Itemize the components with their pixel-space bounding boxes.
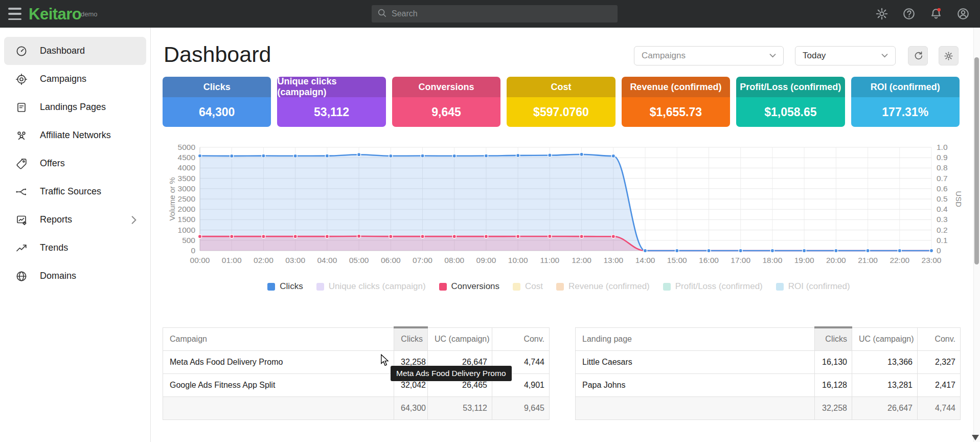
svg-text:09:00: 09:00: [476, 256, 496, 264]
totals-cell: [163, 396, 394, 419]
svg-text:0.6: 0.6: [937, 184, 948, 193]
stat-card-revenue-confirmed[interactable]: Revenue (confirmed)$1,655.73: [622, 77, 730, 127]
svg-text:0.3: 0.3: [937, 215, 948, 224]
svg-text:19:00: 19:00: [794, 256, 814, 264]
svg-text:06:00: 06:00: [381, 256, 401, 264]
keitaro-dashboard-app: Keitaro demo DashboardCampaignsLandings …: [0, 0, 980, 442]
page-scrollbar[interactable]: [973, 28, 980, 442]
legend-label: Conversions: [451, 281, 500, 292]
column-header-uc-campaign[interactable]: UC (campaign): [852, 327, 918, 350]
legend-label: Cost: [525, 281, 543, 292]
svg-text:03:00: 03:00: [285, 256, 305, 264]
svg-text:3000: 3000: [178, 184, 196, 193]
stat-card-cost[interactable]: Cost$597.0760: [507, 77, 615, 127]
stat-card-clicks[interactable]: Clicks64,300: [163, 77, 271, 127]
svg-text:11:00: 11:00: [540, 256, 560, 264]
dashboard-icon: [15, 45, 28, 57]
svg-text:02:00: 02:00: [254, 256, 274, 264]
menu-hamburger-icon[interactable]: [8, 8, 21, 20]
keitaro-logo[interactable]: Keitaro: [29, 5, 81, 24]
legend-item-revenue-confirmed[interactable]: Revenue (confirmed): [556, 281, 650, 292]
stat-card-roi-confirmed[interactable]: ROI (confirmed)177.31%: [851, 77, 960, 127]
notifications-icon[interactable]: [929, 7, 943, 20]
sidebar-item-offers[interactable]: Offers: [4, 149, 146, 178]
legend-label: Clicks: [280, 281, 303, 292]
row-tooltip: Meta Ads Food Delivery Promo: [391, 366, 512, 381]
svg-text:USD: USD: [954, 191, 963, 207]
sidebar-item-landings-pages[interactable]: Landings Pages: [4, 93, 146, 121]
sidebar-item-label: Landings Pages: [40, 102, 106, 113]
legend-item-unique-clicks-campaign[interactable]: Unique clicks (campaign): [316, 281, 426, 292]
column-header-clicks[interactable]: Clicks: [815, 327, 852, 350]
landing-pages-table: Landing pageClicksUC (campaign)Conv.Litt…: [575, 326, 961, 420]
dashboard-chart[interactable]: 0500100015002000250030003500400045005000…: [163, 139, 966, 268]
sidebar-item-dashboard[interactable]: Dashboard: [4, 37, 146, 65]
column-header-landing-page[interactable]: Landing page: [576, 327, 815, 350]
stat-card-unique-clicks-campaign[interactable]: Unique clicks (campaign)53,112: [277, 77, 385, 127]
column-header-campaign[interactable]: Campaign: [163, 327, 394, 350]
svg-text:2500: 2500: [178, 194, 196, 203]
stat-card-conversions[interactable]: Conversions9,645: [392, 77, 500, 127]
legend-item-clicks[interactable]: Clicks: [267, 281, 303, 292]
stat-card-profit-loss-confirmed[interactable]: Profit/Loss (confirmed)$1,058.65: [736, 77, 845, 127]
search-input[interactable]: [392, 9, 612, 18]
row-name-cell: Little Caesars: [576, 350, 815, 373]
totals-cell: [576, 396, 815, 419]
legend-swatch: [556, 283, 564, 291]
search-icon: [377, 8, 387, 20]
stat-card-value: 9,645: [392, 97, 500, 127]
value-cell: 16,128: [815, 373, 852, 396]
sidebar-item-campaigns[interactable]: Campaigns: [4, 65, 146, 93]
domains-icon: [15, 270, 28, 282]
chevron-right-icon: [131, 215, 137, 225]
svg-text:2000: 2000: [178, 205, 196, 213]
svg-text:17:00: 17:00: [731, 256, 750, 264]
column-header-uc-campaign[interactable]: UC (campaign): [428, 327, 492, 350]
help-icon[interactable]: [902, 7, 916, 20]
legend-swatch: [513, 283, 520, 291]
settings-icon[interactable]: [875, 7, 888, 20]
scroll-down-arrow-icon[interactable]: [972, 435, 979, 440]
svg-text:07:00: 07:00: [413, 256, 432, 264]
svg-text:1500: 1500: [178, 215, 196, 224]
global-search[interactable]: [372, 5, 618, 23]
totals-cell: 32,258: [815, 396, 852, 419]
account-icon[interactable]: [956, 7, 970, 20]
column-header-clicks[interactable]: Clicks: [394, 327, 428, 350]
stat-card-value: 53,112: [277, 97, 385, 127]
column-header-conv[interactable]: Conv.: [492, 327, 550, 350]
legend-item-roi-confirmed[interactable]: ROI (confirmed): [776, 281, 850, 292]
table-row[interactable]: Little Caesars16,13013,3662,327: [576, 350, 961, 373]
sidebar-item-label: Offers: [40, 158, 65, 169]
legend-item-conversions[interactable]: Conversions: [439, 281, 500, 292]
legend-swatch: [663, 283, 671, 291]
legend-item-profit-loss-confirmed[interactable]: Profit/Loss (confirmed): [663, 281, 763, 292]
sidebar-item-affiliate-networks[interactable]: Affiliate Networks: [4, 121, 146, 149]
sidebar-item-label: Reports: [40, 214, 72, 225]
svg-text:5000: 5000: [178, 143, 196, 151]
legend-item-cost[interactable]: Cost: [513, 281, 543, 292]
column-header-conv[interactable]: Conv.: [918, 327, 961, 350]
legend-label: Unique clicks (campaign): [329, 281, 426, 292]
totals-cell: 26,647: [852, 396, 918, 419]
refresh-button[interactable]: [908, 46, 928, 65]
sidebar-item-traffic-sources[interactable]: Traffic Sources: [4, 178, 146, 206]
sidebar-item-label: Traffic Sources: [40, 186, 101, 197]
svg-text:21:00: 21:00: [858, 256, 878, 264]
svg-text:0.1: 0.1: [937, 236, 948, 245]
dashboard-settings-button[interactable]: [939, 46, 959, 65]
legend-swatch: [316, 283, 324, 291]
table-row[interactable]: Papa Johns16,12813,2812,417: [576, 373, 961, 396]
svg-text:13:00: 13:00: [603, 256, 623, 264]
chart-legend: ClicksUnique clicks (campaign)Conversion…: [151, 281, 966, 292]
svg-text:20:00: 20:00: [826, 256, 846, 264]
value-cell: 2,417: [918, 373, 961, 396]
sidebar-item-domains[interactable]: Domains: [4, 262, 146, 290]
sidebar-item-label: Trends: [40, 242, 68, 253]
scrollbar-thumb[interactable]: [974, 57, 979, 264]
topbar: Keitaro demo: [0, 0, 980, 28]
sidebar-item-reports[interactable]: Reports: [4, 206, 146, 234]
sidebar-item-trends[interactable]: Trends: [4, 234, 146, 262]
date-range-select[interactable]: Today: [795, 46, 896, 65]
grouping-select[interactable]: Campaigns: [634, 46, 784, 65]
